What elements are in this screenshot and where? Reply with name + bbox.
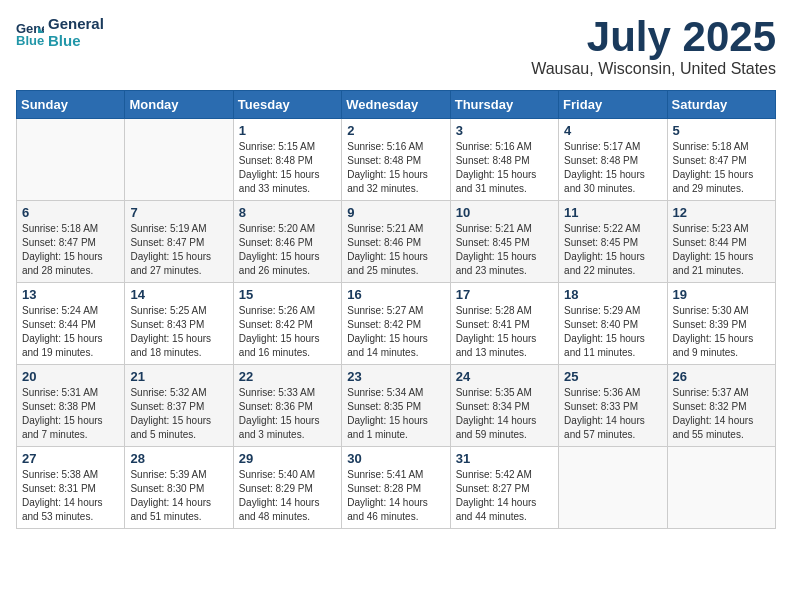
weekday-header: Wednesday (342, 91, 450, 119)
day-number: 11 (564, 205, 661, 220)
day-info: Sunrise: 5:15 AMSunset: 8:48 PMDaylight:… (239, 140, 336, 196)
calendar-cell: 22Sunrise: 5:33 AMSunset: 8:36 PMDayligh… (233, 365, 341, 447)
calendar-header-row: SundayMondayTuesdayWednesdayThursdayFrid… (17, 91, 776, 119)
calendar-cell: 6Sunrise: 5:18 AMSunset: 8:47 PMDaylight… (17, 201, 125, 283)
day-info: Sunrise: 5:34 AMSunset: 8:35 PMDaylight:… (347, 386, 444, 442)
day-info: Sunrise: 5:25 AMSunset: 8:43 PMDaylight:… (130, 304, 227, 360)
calendar-cell: 2Sunrise: 5:16 AMSunset: 8:48 PMDaylight… (342, 119, 450, 201)
title-block: July 2025 Wausau, Wisconsin, United Stat… (531, 16, 776, 78)
day-info: Sunrise: 5:37 AMSunset: 8:32 PMDaylight:… (673, 386, 770, 442)
day-number: 28 (130, 451, 227, 466)
day-info: Sunrise: 5:19 AMSunset: 8:47 PMDaylight:… (130, 222, 227, 278)
weekday-header: Saturday (667, 91, 775, 119)
day-info: Sunrise: 5:27 AMSunset: 8:42 PMDaylight:… (347, 304, 444, 360)
day-info: Sunrise: 5:38 AMSunset: 8:31 PMDaylight:… (22, 468, 119, 524)
calendar-cell: 21Sunrise: 5:32 AMSunset: 8:37 PMDayligh… (125, 365, 233, 447)
day-info: Sunrise: 5:21 AMSunset: 8:46 PMDaylight:… (347, 222, 444, 278)
day-info: Sunrise: 5:21 AMSunset: 8:45 PMDaylight:… (456, 222, 553, 278)
calendar-cell: 5Sunrise: 5:18 AMSunset: 8:47 PMDaylight… (667, 119, 775, 201)
day-number: 2 (347, 123, 444, 138)
day-number: 4 (564, 123, 661, 138)
day-number: 20 (22, 369, 119, 384)
calendar-cell: 4Sunrise: 5:17 AMSunset: 8:48 PMDaylight… (559, 119, 667, 201)
calendar-cell: 14Sunrise: 5:25 AMSunset: 8:43 PMDayligh… (125, 283, 233, 365)
page-header: General Blue General Blue July 2025 Waus… (16, 16, 776, 78)
location: Wausau, Wisconsin, United States (531, 60, 776, 78)
calendar-table: SundayMondayTuesdayWednesdayThursdayFrid… (16, 90, 776, 529)
svg-text:Blue: Blue (16, 33, 44, 47)
day-number: 3 (456, 123, 553, 138)
day-info: Sunrise: 5:30 AMSunset: 8:39 PMDaylight:… (673, 304, 770, 360)
day-number: 22 (239, 369, 336, 384)
day-number: 29 (239, 451, 336, 466)
calendar-cell: 25Sunrise: 5:36 AMSunset: 8:33 PMDayligh… (559, 365, 667, 447)
day-info: Sunrise: 5:26 AMSunset: 8:42 PMDaylight:… (239, 304, 336, 360)
calendar-cell: 28Sunrise: 5:39 AMSunset: 8:30 PMDayligh… (125, 447, 233, 529)
day-number: 8 (239, 205, 336, 220)
day-number: 24 (456, 369, 553, 384)
calendar-cell: 11Sunrise: 5:22 AMSunset: 8:45 PMDayligh… (559, 201, 667, 283)
day-info: Sunrise: 5:32 AMSunset: 8:37 PMDaylight:… (130, 386, 227, 442)
day-number: 13 (22, 287, 119, 302)
calendar-cell: 12Sunrise: 5:23 AMSunset: 8:44 PMDayligh… (667, 201, 775, 283)
day-info: Sunrise: 5:20 AMSunset: 8:46 PMDaylight:… (239, 222, 336, 278)
day-info: Sunrise: 5:31 AMSunset: 8:38 PMDaylight:… (22, 386, 119, 442)
day-info: Sunrise: 5:28 AMSunset: 8:41 PMDaylight:… (456, 304, 553, 360)
calendar-cell: 16Sunrise: 5:27 AMSunset: 8:42 PMDayligh… (342, 283, 450, 365)
day-info: Sunrise: 5:36 AMSunset: 8:33 PMDaylight:… (564, 386, 661, 442)
calendar-cell: 18Sunrise: 5:29 AMSunset: 8:40 PMDayligh… (559, 283, 667, 365)
logo-icon: General Blue (16, 19, 44, 47)
weekday-header: Tuesday (233, 91, 341, 119)
day-number: 25 (564, 369, 661, 384)
calendar-cell: 29Sunrise: 5:40 AMSunset: 8:29 PMDayligh… (233, 447, 341, 529)
calendar-cell: 3Sunrise: 5:16 AMSunset: 8:48 PMDaylight… (450, 119, 558, 201)
month-title: July 2025 (531, 16, 776, 58)
day-info: Sunrise: 5:16 AMSunset: 8:48 PMDaylight:… (347, 140, 444, 196)
day-info: Sunrise: 5:22 AMSunset: 8:45 PMDaylight:… (564, 222, 661, 278)
day-info: Sunrise: 5:33 AMSunset: 8:36 PMDaylight:… (239, 386, 336, 442)
day-info: Sunrise: 5:41 AMSunset: 8:28 PMDaylight:… (347, 468, 444, 524)
day-number: 5 (673, 123, 770, 138)
calendar-cell: 10Sunrise: 5:21 AMSunset: 8:45 PMDayligh… (450, 201, 558, 283)
day-number: 18 (564, 287, 661, 302)
calendar-week-row: 27Sunrise: 5:38 AMSunset: 8:31 PMDayligh… (17, 447, 776, 529)
weekday-header: Monday (125, 91, 233, 119)
day-number: 21 (130, 369, 227, 384)
day-number: 27 (22, 451, 119, 466)
day-info: Sunrise: 5:18 AMSunset: 8:47 PMDaylight:… (673, 140, 770, 196)
day-number: 19 (673, 287, 770, 302)
day-info: Sunrise: 5:39 AMSunset: 8:30 PMDaylight:… (130, 468, 227, 524)
day-info: Sunrise: 5:18 AMSunset: 8:47 PMDaylight:… (22, 222, 119, 278)
calendar-cell: 23Sunrise: 5:34 AMSunset: 8:35 PMDayligh… (342, 365, 450, 447)
logo-general: General (48, 16, 104, 33)
day-number: 15 (239, 287, 336, 302)
calendar-cell: 31Sunrise: 5:42 AMSunset: 8:27 PMDayligh… (450, 447, 558, 529)
weekday-header: Thursday (450, 91, 558, 119)
calendar-cell (667, 447, 775, 529)
calendar-cell: 1Sunrise: 5:15 AMSunset: 8:48 PMDaylight… (233, 119, 341, 201)
day-number: 31 (456, 451, 553, 466)
calendar-cell: 17Sunrise: 5:28 AMSunset: 8:41 PMDayligh… (450, 283, 558, 365)
day-info: Sunrise: 5:16 AMSunset: 8:48 PMDaylight:… (456, 140, 553, 196)
day-number: 14 (130, 287, 227, 302)
day-number: 9 (347, 205, 444, 220)
calendar-cell: 20Sunrise: 5:31 AMSunset: 8:38 PMDayligh… (17, 365, 125, 447)
day-number: 7 (130, 205, 227, 220)
calendar-cell: 19Sunrise: 5:30 AMSunset: 8:39 PMDayligh… (667, 283, 775, 365)
weekday-header: Sunday (17, 91, 125, 119)
calendar-cell: 26Sunrise: 5:37 AMSunset: 8:32 PMDayligh… (667, 365, 775, 447)
logo-blue: Blue (48, 33, 104, 50)
day-number: 6 (22, 205, 119, 220)
day-info: Sunrise: 5:40 AMSunset: 8:29 PMDaylight:… (239, 468, 336, 524)
calendar-cell (17, 119, 125, 201)
logo: General Blue General Blue (16, 16, 104, 49)
weekday-header: Friday (559, 91, 667, 119)
day-info: Sunrise: 5:24 AMSunset: 8:44 PMDaylight:… (22, 304, 119, 360)
day-info: Sunrise: 5:23 AMSunset: 8:44 PMDaylight:… (673, 222, 770, 278)
calendar-cell: 8Sunrise: 5:20 AMSunset: 8:46 PMDaylight… (233, 201, 341, 283)
day-info: Sunrise: 5:35 AMSunset: 8:34 PMDaylight:… (456, 386, 553, 442)
calendar-cell: 7Sunrise: 5:19 AMSunset: 8:47 PMDaylight… (125, 201, 233, 283)
calendar-cell: 27Sunrise: 5:38 AMSunset: 8:31 PMDayligh… (17, 447, 125, 529)
calendar-cell: 9Sunrise: 5:21 AMSunset: 8:46 PMDaylight… (342, 201, 450, 283)
day-number: 12 (673, 205, 770, 220)
